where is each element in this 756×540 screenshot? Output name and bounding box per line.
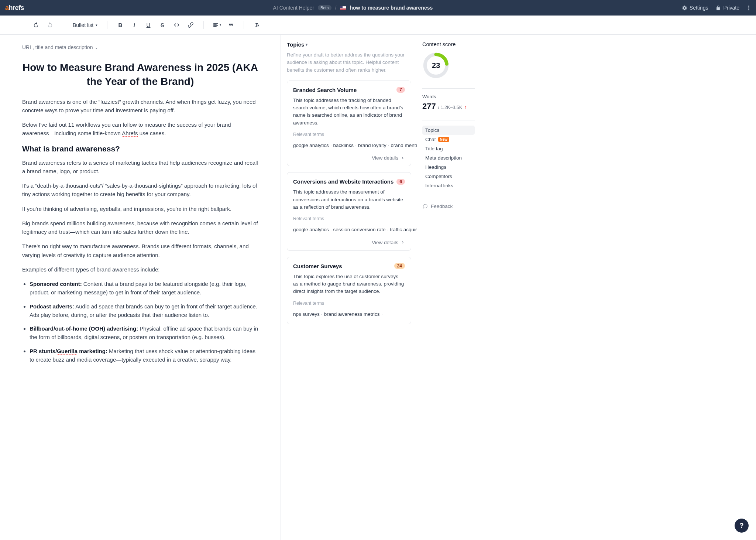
up-arrow-icon: ↑ [464, 104, 467, 110]
topic-desc: This topic addresses the measurement of … [293, 188, 405, 211]
clear-format-button[interactable] [251, 19, 263, 31]
term[interactable]: brand awareness metrics [324, 311, 380, 317]
bold-icon: B [118, 22, 123, 28]
score-nav-item[interactable]: ChatNew [422, 135, 475, 144]
score-nav-item[interactable]: Meta description [422, 153, 475, 163]
undo-button[interactable] [30, 19, 42, 31]
score-title: Content score [422, 41, 475, 47]
meta-toggle[interactable]: URL, title and meta description ⌄ [22, 44, 258, 50]
product-name: AI Content Helper [273, 5, 314, 11]
term[interactable]: backlinks [333, 143, 354, 148]
list-style-dropdown[interactable]: Bullet list▾ [70, 19, 100, 31]
topic-title: Branded Search Volume [293, 87, 357, 93]
doc-p[interactable]: There's no right way to manufacture awar… [22, 242, 258, 259]
term[interactable]: google analytics [293, 227, 329, 232]
term[interactable]: brand loyalty [358, 143, 386, 148]
bold-button[interactable]: B [114, 19, 127, 31]
view-details-button[interactable]: View details [293, 155, 405, 161]
words-row: 277 / 1.2K–3.5K ↑ [422, 102, 475, 111]
list-item[interactable]: Billboard/out-of-home (OOH) advertising:… [30, 324, 258, 342]
score-nav-item[interactable]: Competitors [422, 172, 475, 181]
doc-p[interactable]: Big brands spend millions building aware… [22, 219, 258, 236]
words-count: 277 [422, 102, 436, 111]
relevant-terms-label: Relevant terms [293, 216, 405, 221]
doc-p[interactable]: Brand awareness refers to a series of ma… [22, 158, 258, 176]
topic-count-badge: 7 [396, 87, 405, 93]
doc-h2[interactable]: What is brand awareness? [22, 144, 258, 153]
new-badge: New [438, 137, 450, 142]
header-keyword: how to measure brand awareness [350, 5, 433, 11]
score-nav: TopicsChatNewTitle tagMeta descriptionHe… [422, 126, 475, 190]
score-panel: Content score 23 Words 277 / 1.2K–3.5K ↑… [417, 35, 480, 540]
italic-button[interactable]: I [128, 19, 141, 31]
align-icon [213, 22, 219, 28]
topic-desc: This topic explores the use of customer … [293, 273, 405, 295]
help-fab[interactable]: ? [735, 519, 749, 533]
relevant-terms-label: Relevant terms [293, 132, 405, 137]
italic-icon: I [133, 22, 135, 28]
topics-desc: Refine your draft to better address the … [287, 51, 411, 74]
strike-button[interactable]: S [156, 19, 169, 31]
topic-card: Customer Surveys24This topic explores th… [287, 257, 411, 324]
doc-p[interactable]: It's a “death-by-a-thousand-cuts”/ “sale… [22, 181, 258, 199]
term[interactable]: google analytics [293, 143, 329, 148]
doc-p[interactable]: If you're thinking of advertising, eyeba… [22, 205, 258, 213]
term[interactable]: session conversion rate [333, 227, 386, 232]
term[interactable]: brand mentions [391, 143, 417, 148]
topics-header[interactable]: Topics▾ [287, 41, 411, 48]
doc-p[interactable]: Examples of different types of brand awa… [22, 265, 258, 274]
terms-list: google analytics·session conversion rate… [293, 225, 405, 235]
words-range: / 1.2K–3.5K [438, 105, 462, 110]
lock-icon [715, 5, 721, 11]
score-nav-item[interactable]: Headings [422, 163, 475, 172]
link-button[interactable] [184, 19, 197, 31]
terms-list: google analytics·backlinks·brand loyalty… [293, 141, 405, 150]
list-item[interactable]: Sponsored content: Content that a brand … [30, 280, 258, 297]
view-details-button[interactable]: View details [293, 240, 405, 245]
list-item[interactable]: Podcast adverts: Audio ad space that bra… [30, 302, 258, 319]
editor-pane[interactable]: URL, title and meta description ⌄ How to… [0, 35, 281, 540]
code-button[interactable] [170, 19, 183, 31]
code-icon [173, 22, 180, 28]
quote-button[interactable] [224, 19, 237, 31]
doc-p[interactable]: Brand awareness is one of the “fuzziest”… [22, 98, 258, 115]
gear-icon [682, 5, 687, 11]
settings-button[interactable]: Settings [682, 5, 708, 11]
undo-icon [33, 22, 39, 28]
chevron-right-icon [401, 156, 405, 160]
words-label: Words [422, 94, 475, 99]
header-breadcrumb: AI Content Helper Beta / how to measure … [28, 5, 677, 11]
score-ring: 23 [422, 52, 450, 79]
term[interactable]: traffic acquisition report [390, 227, 417, 232]
strike-icon: S [161, 22, 164, 28]
topic-card: Branded Search Volume7This topic address… [287, 81, 411, 167]
chevron-right-icon [401, 240, 405, 245]
beta-badge: Beta [318, 5, 331, 10]
underline-button[interactable]: U [142, 19, 155, 31]
relevant-terms-label: Relevant terms [293, 301, 405, 306]
feedback-button[interactable]: Feedback [422, 204, 475, 209]
list-item[interactable]: PR stunts/Guerilla marketing: Marketing … [30, 347, 258, 364]
score-nav-item[interactable]: Topics [422, 126, 475, 135]
chat-icon [422, 204, 428, 209]
more-menu-button[interactable] [747, 4, 751, 12]
doc-p[interactable]: Below I've laid out 11 workflows you can… [22, 120, 258, 138]
terms-list: nps surveys·brand awareness metrics· [293, 310, 405, 319]
clear-format-icon [254, 22, 260, 28]
score-nav-item[interactable]: Internal links [422, 181, 475, 190]
privacy-button[interactable]: Private [715, 5, 739, 11]
document-body[interactable]: How to Measure Brand Awareness in 2025 (… [22, 61, 258, 364]
doc-title[interactable]: How to Measure Brand Awareness in 2025 (… [22, 61, 258, 89]
app-header: ahrefs AI Content Helper Beta / how to m… [0, 0, 756, 16]
quote-icon [228, 22, 234, 28]
topic-title: Conversions and Website Interactions [293, 178, 394, 185]
topics-panel: Topics▾ Refine your draft to better addr… [281, 35, 417, 540]
logo: ahrefs [5, 4, 24, 12]
topic-desc: This topic addresses the tracking of bra… [293, 97, 405, 127]
term[interactable]: nps surveys [293, 311, 320, 317]
score-nav-item[interactable]: Title tag [422, 144, 475, 153]
underline-icon: U [147, 22, 151, 28]
redo-button[interactable] [44, 19, 56, 31]
topic-count-badge: 24 [394, 263, 405, 269]
align-button[interactable]: ▾ [210, 19, 223, 31]
